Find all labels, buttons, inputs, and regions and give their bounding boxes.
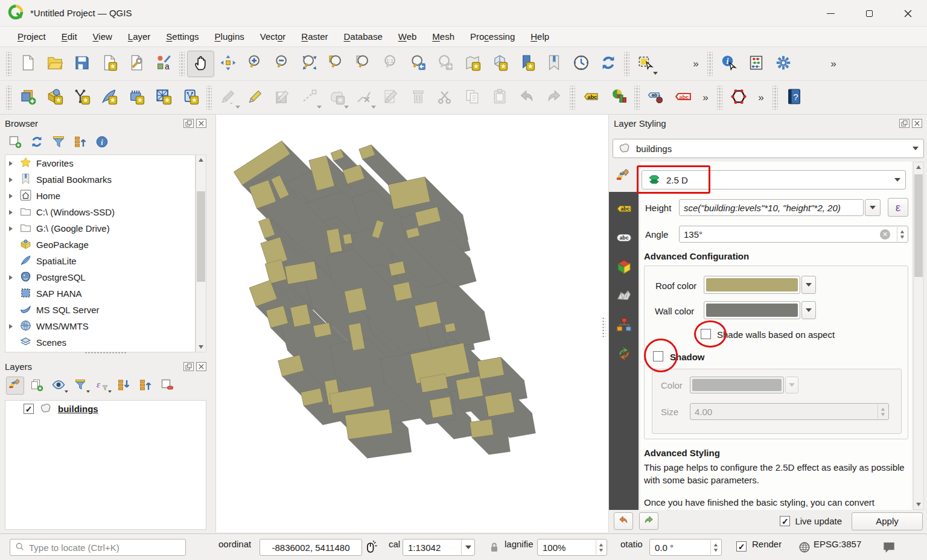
callouts-tab[interactable]: abc: [614, 228, 634, 249]
symbology-tab[interactable]: [613, 167, 634, 187]
wall-color-dropdown[interactable]: [801, 301, 816, 319]
paste-features-button[interactable]: [486, 84, 513, 111]
data-source-manager-button[interactable]: [14, 84, 41, 111]
browser-item-sap-hana[interactable]: SAP HANA: [5, 285, 195, 302]
live-update-checkbox[interactable]: ✓: [780, 516, 790, 526]
menu-database[interactable]: Database: [336, 29, 390, 44]
roof-color-swatch[interactable]: [704, 276, 800, 294]
toolbar-overflow-button[interactable]: »: [824, 58, 843, 70]
styling-float-button[interactable]: [899, 119, 909, 128]
current-edits-button[interactable]: [214, 84, 241, 111]
new-3d-map-view-button[interactable]: [486, 51, 513, 77]
pin-labels-button[interactable]: ab: [642, 84, 669, 111]
3d-view-tab[interactable]: [614, 257, 634, 278]
diagrams-tab[interactable]: [614, 315, 634, 336]
menu-edit[interactable]: Edit: [54, 29, 85, 44]
vertex-tool-button[interactable]: [350, 84, 377, 111]
render-checkbox[interactable]: ✓: [736, 541, 747, 552]
menu-help[interactable]: Help: [523, 29, 557, 44]
styling-close-button[interactable]: [912, 119, 922, 128]
print-layout-button[interactable]: [95, 51, 123, 77]
height-input[interactable]: sce("building:levels"*10, "height"*2, 20…: [679, 199, 864, 216]
styling-scrollbar[interactable]: [913, 162, 924, 510]
open-styling-button[interactable]: [6, 377, 24, 395]
layers-close-button[interactable]: [196, 362, 206, 371]
toolbar-separator[interactable]: [634, 86, 640, 110]
toolbar-separator[interactable]: [179, 52, 185, 76]
zoom-to-layer-button[interactable]: [350, 51, 377, 77]
expand-arrow-icon[interactable]: [9, 275, 13, 280]
browser-item-spatial-bookmarks[interactable]: Spatial Bookmarks: [5, 171, 195, 188]
layer-visibility-checkbox[interactable]: ✓: [24, 404, 34, 414]
open-project-button[interactable]: [41, 51, 68, 77]
browser-item-spatialite[interactable]: SpatiaLite: [5, 253, 195, 269]
toolbar-overflow-button[interactable]: »: [696, 92, 715, 104]
crs-globe-icon[interactable]: [798, 541, 811, 556]
statistical-summary-button[interactable]: [742, 51, 769, 77]
toolbar-separator[interactable]: [206, 86, 212, 110]
select-features-button[interactable]: [632, 51, 659, 77]
scale-combo[interactable]: 1:13042: [403, 539, 475, 556]
toolbar-separator[interactable]: [772, 86, 778, 110]
highlight-labels-button[interactable]: abc: [669, 84, 696, 111]
renderer-combo[interactable]: 2.5 D: [642, 170, 906, 189]
browser-scrollbar[interactable]: [196, 154, 206, 352]
epsg-label[interactable]: EPSG:3857: [814, 539, 861, 549]
map-canvas[interactable]: [215, 115, 608, 532]
messages-icon[interactable]: [881, 539, 897, 557]
save-edits-button[interactable]: [269, 84, 296, 111]
annotation-polygon-button[interactable]: [725, 84, 752, 111]
expand-arrow-icon[interactable]: [9, 177, 13, 182]
new-mesh-layer-button[interactable]: [123, 84, 150, 111]
new-pointcloud-layer-button[interactable]: [177, 84, 204, 111]
browser-item-home[interactable]: Home: [5, 188, 195, 204]
new-spatialite-layer-button[interactable]: [95, 84, 123, 111]
zoom-native-button[interactable]: 1:1: [377, 51, 404, 77]
rotation-spinner[interactable]: [710, 540, 721, 555]
zoom-in-button[interactable]: [241, 51, 269, 77]
menu-project[interactable]: Project: [10, 29, 54, 44]
styling-layer-combo[interactable]: buildings: [613, 139, 924, 158]
layer-labeling-button[interactable]: abc: [578, 84, 605, 111]
toolbar-overflow-button[interactable]: »: [687, 58, 705, 70]
help-button[interactable]: ?: [780, 84, 808, 111]
properties-widget-button[interactable]: i: [93, 133, 111, 151]
style-manager-button[interactable]: a: [150, 51, 177, 77]
toolbar-separator[interactable]: [624, 52, 629, 76]
menu-view[interactable]: View: [85, 29, 120, 44]
close-button[interactable]: [888, 0, 927, 27]
coordinate-input[interactable]: -8836002, 5411480: [260, 539, 362, 556]
filter-legend-button[interactable]: [71, 377, 89, 395]
menu-plugins[interactable]: Plugins: [207, 29, 252, 44]
mesh-tab[interactable]: [614, 286, 634, 307]
styling-undo-button[interactable]: [614, 512, 633, 530]
layer-item-buildings[interactable]: ✓ buildings: [5, 401, 206, 417]
pan-to-selection-button[interactable]: [214, 51, 241, 77]
browser-float-button[interactable]: [183, 119, 194, 128]
add-selected-layers-button[interactable]: [6, 133, 24, 151]
menu-raster[interactable]: Raster: [293, 29, 336, 44]
new-project-button[interactable]: [14, 51, 41, 77]
cut-features-button[interactable]: [432, 84, 459, 111]
browser-item-favorites[interactable]: Favorites: [5, 155, 195, 171]
expand-arrow-icon[interactable]: [9, 194, 13, 199]
browser-item-g-google-drive-[interactable]: G:\ (Google Drive): [5, 220, 195, 237]
expand-arrow-icon[interactable]: [9, 161, 13, 166]
expand-arrow-icon[interactable]: [9, 210, 13, 215]
new-spatial-bookmark-button[interactable]: [513, 51, 540, 77]
expand-all-button[interactable]: [115, 377, 133, 395]
angle-spinner[interactable]: [897, 227, 907, 241]
browser-item-ms-sql-server[interactable]: MS SQL Server: [5, 302, 195, 318]
toolbar-separator[interactable]: [6, 86, 11, 110]
height-expression-button[interactable]: ε: [888, 198, 908, 217]
browser-close-button[interactable]: [196, 119, 206, 128]
collapse-all2-button[interactable]: [136, 377, 154, 395]
toolbar-separator[interactable]: [717, 86, 722, 110]
toolbar-separator[interactable]: [6, 52, 11, 76]
angle-input[interactable]: 135° ✕: [679, 226, 908, 243]
processing-toolbox-button[interactable]: [769, 51, 797, 77]
magnifier-spinner[interactable]: [596, 540, 606, 555]
refresh-button[interactable]: [28, 133, 46, 151]
remove-layer-button[interactable]: [158, 377, 176, 395]
refresh-button[interactable]: [594, 51, 622, 77]
